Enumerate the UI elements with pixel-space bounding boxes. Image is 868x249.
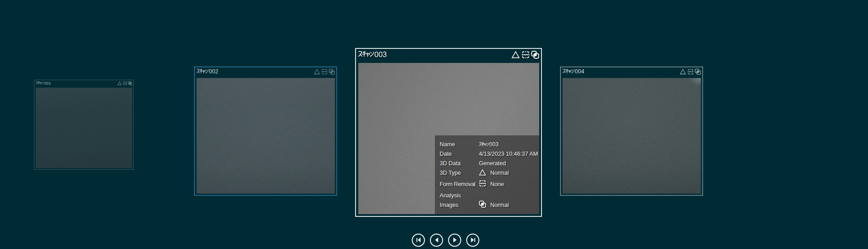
svg-text:002: 002	[209, 68, 218, 75]
svg-text:003: 003	[374, 51, 387, 58]
svg-text:004: 004	[575, 68, 584, 75]
svg-text:001: 001	[44, 81, 51, 85]
